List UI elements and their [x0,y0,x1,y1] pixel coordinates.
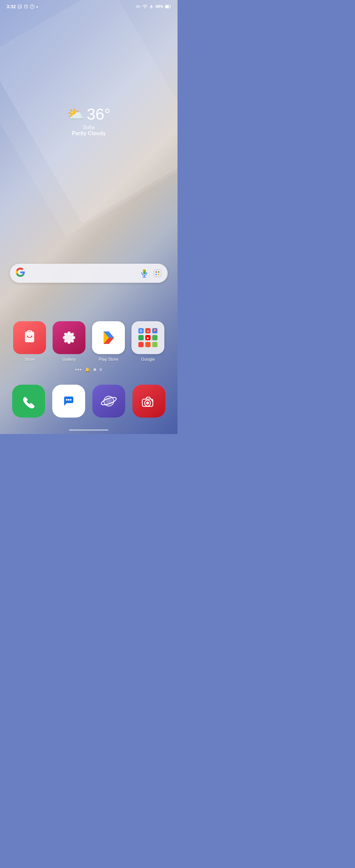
page-indicators: 🔔 [75,367,102,372]
battery-percent: 68% [156,4,163,9]
wifi-icon [142,4,148,9]
svg-point-53 [70,399,72,401]
svg-point-42 [154,330,156,331]
weather-city: Sofia [67,125,111,130]
page-dot-inactive [100,368,102,371]
store-icon [13,321,46,354]
gallery-icon [53,321,86,354]
status-time: 3:32 [7,4,16,9]
airplane-icon [149,4,154,9]
dock-camera[interactable] [132,385,165,417]
svg-point-17 [158,271,159,273]
app-playstore[interactable]: Play Store [92,321,125,362]
svg-point-26 [63,336,66,339]
svg-point-1 [19,6,20,6]
svg-text:▶: ▶ [147,336,149,340]
svg-point-24 [67,332,71,335]
home-indicator [69,429,108,431]
status-bar: 3:32 ● [0,0,178,12]
battery-icon [165,5,171,8]
svg-marker-6 [136,5,138,8]
google-folder-label: Google [141,357,155,362]
app-google-folder[interactable]: G ✉ ▶ Google [131,321,164,362]
dock [12,385,165,417]
hamburger-icon [75,369,82,370]
dot-indicator: ● [36,5,38,8]
dock-phone[interactable] [12,385,45,417]
svg-point-57 [106,398,112,404]
bell-icon: 🔔 [85,367,90,372]
svg-point-29 [71,333,74,336]
playstore-icon [92,321,125,354]
svg-rect-11 [166,5,169,8]
search-bar[interactable] [10,264,168,283]
dock-browser[interactable] [92,385,125,417]
svg-point-52 [68,399,70,401]
svg-rect-48 [145,342,151,347]
svg-point-16 [156,271,157,273]
svg-point-51 [66,399,68,401]
google-logo [16,268,25,279]
svg-rect-43 [138,335,143,340]
mute-icon [136,4,141,9]
svg-point-31 [71,340,74,343]
svg-rect-46 [152,335,157,340]
google-folder-icon: G ✉ ▶ [131,321,164,354]
app-store[interactable]: Store [13,321,46,362]
svg-point-18 [156,274,157,275]
alarm-icon [24,4,28,9]
svg-point-25 [67,341,71,344]
page-dot-active [94,368,96,371]
weather-description: Partly Cloudy [67,130,111,136]
lens-icon[interactable] [153,269,162,278]
svg-point-19 [158,274,159,275]
svg-point-59 [146,402,149,405]
svg-point-28 [64,333,67,336]
mic-icon[interactable] [140,269,149,278]
image-icon [18,4,22,9]
status-right: 68% [136,4,171,9]
search-action-icons [140,269,162,278]
svg-rect-47 [138,342,143,347]
svg-text:✉: ✉ [147,330,149,333]
svg-rect-12 [170,6,171,7]
app-gallery[interactable]: Gallery [53,321,86,362]
svg-point-9 [144,8,145,8]
search-bar-container [10,264,168,283]
dock-messages[interactable] [52,385,85,417]
svg-rect-15 [154,270,161,277]
svg-point-61 [151,400,153,401]
svg-text:G: G [140,329,142,333]
weather-temperature: 36° [87,105,111,123]
gallery-label: Gallery [62,357,75,362]
svg-rect-49 [152,342,157,347]
svg-rect-20 [25,332,34,342]
svg-point-30 [64,340,67,343]
svg-point-27 [72,336,75,339]
weather-icon: ⛅ [67,106,84,122]
clock-icon [30,4,34,9]
weather-widget[interactable]: ⛅ 36° Sofia Partly Cloudy [67,105,111,136]
playstore-label: Play Store [99,357,118,362]
app-grid: Store Gallery [10,321,168,362]
status-left: 3:32 ● [7,4,38,9]
store-label: Store [24,357,34,362]
